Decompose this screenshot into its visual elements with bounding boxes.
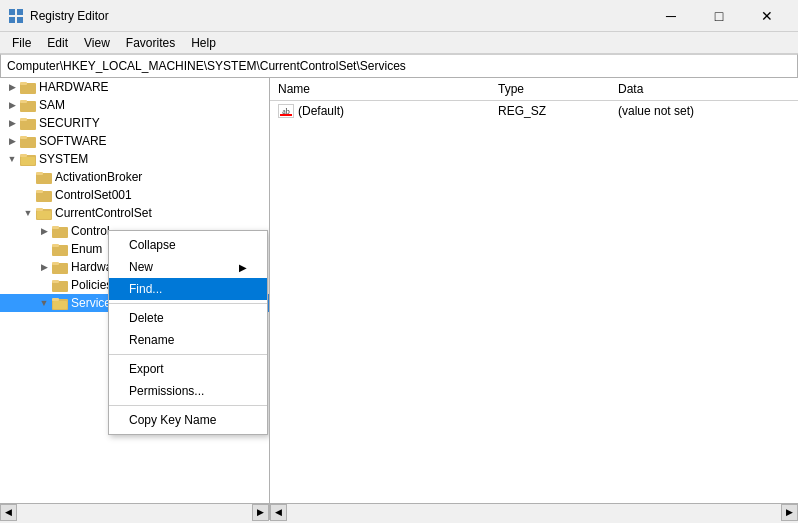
- close-button[interactable]: ✕: [744, 0, 790, 32]
- expand-icon: [36, 241, 52, 257]
- folder-icon: [20, 80, 36, 94]
- folder-open-icon: [52, 296, 68, 310]
- ctx-divider-1: [109, 303, 267, 304]
- scroll-left-btn2[interactable]: ◀: [270, 504, 287, 521]
- tree-label: SYSTEM: [39, 152, 88, 166]
- col-type[interactable]: Type: [490, 80, 610, 98]
- scroll-left-btn[interactable]: ◀: [0, 504, 17, 521]
- tree-item-controlset001[interactable]: ControlSet001: [0, 186, 269, 204]
- address-bar[interactable]: Computer\HKEY_LOCAL_MACHINE\SYSTEM\Curre…: [0, 54, 798, 78]
- svg-rect-41: [52, 280, 59, 283]
- maximize-button[interactable]: □: [696, 0, 742, 32]
- expand-icon[interactable]: ▶: [36, 223, 52, 239]
- svg-rect-35: [52, 244, 59, 247]
- ctx-permissions[interactable]: Permissions...: [109, 380, 267, 402]
- expand-icon[interactable]: ▶: [4, 115, 20, 131]
- ctx-export[interactable]: Export: [109, 358, 267, 380]
- window-controls: ─ □ ✕: [648, 0, 790, 32]
- svg-rect-22: [36, 172, 43, 175]
- tree-hscroll[interactable]: ◀ ▶: [0, 504, 270, 520]
- expand-icon[interactable]: ▶: [36, 259, 52, 275]
- main-content: ▶ HARDWARE ▶ SAM ▶ SECURITY: [0, 78, 798, 503]
- svg-rect-3: [17, 17, 23, 23]
- ctx-delete[interactable]: Delete: [109, 307, 267, 329]
- svg-rect-38: [52, 262, 59, 265]
- menu-file[interactable]: File: [4, 32, 39, 54]
- expand-icon[interactable]: ▼: [36, 295, 52, 311]
- tree-label: Enum: [71, 242, 102, 256]
- tree-item-currentcontrolset[interactable]: ▼ CurrentControlSet: [0, 204, 269, 222]
- ctx-divider-3: [109, 405, 267, 406]
- svg-rect-12: [20, 118, 27, 121]
- address-path: Computer\HKEY_LOCAL_MACHINE\SYSTEM\Curre…: [7, 59, 406, 73]
- tree-label: SAM: [39, 98, 65, 112]
- tree-item-system[interactable]: ▼ SYSTEM: [0, 150, 269, 168]
- svg-rect-0: [9, 9, 15, 15]
- ctx-collapse[interactable]: Collapse: [109, 234, 267, 256]
- tree-item-security[interactable]: ▶ SECURITY: [0, 114, 269, 132]
- folder-icon: [52, 242, 68, 256]
- cell-name: ab (Default): [270, 104, 490, 118]
- tree-item-hardware[interactable]: ▶ HARDWARE: [0, 78, 269, 96]
- col-name[interactable]: Name: [270, 80, 490, 98]
- tree-panel: ▶ HARDWARE ▶ SAM ▶ SECURITY: [0, 78, 270, 503]
- svg-rect-1: [17, 9, 23, 15]
- tree-label: HARDWARE: [39, 80, 109, 94]
- expand-icon[interactable]: ▶: [4, 97, 20, 113]
- folder-icon: [36, 188, 52, 202]
- scroll-right-btn2[interactable]: ▶: [781, 504, 798, 521]
- ab-icon: ab: [278, 104, 294, 118]
- tree-label: ActivationBroker: [55, 170, 142, 184]
- svg-rect-28: [36, 208, 43, 211]
- tree-item-sam[interactable]: ▶ SAM: [0, 96, 269, 114]
- menu-favorites[interactable]: Favorites: [118, 32, 183, 54]
- menu-edit[interactable]: Edit: [39, 32, 76, 54]
- folder-icon: [20, 98, 36, 112]
- svg-rect-6: [20, 82, 27, 85]
- expand-icon[interactable]: ▼: [20, 205, 36, 221]
- expand-icon: [20, 187, 36, 203]
- detail-hscroll[interactable]: ◀ ▶: [270, 504, 798, 520]
- ctx-rename[interactable]: Rename: [109, 329, 267, 351]
- app-icon: [8, 8, 24, 24]
- expand-icon[interactable]: ▶: [4, 133, 20, 149]
- cell-data: (value not set): [610, 104, 798, 118]
- submenu-arrow: ▶: [239, 262, 247, 273]
- ctx-divider-2: [109, 354, 267, 355]
- expand-icon: [36, 277, 52, 293]
- svg-rect-45: [53, 301, 67, 309]
- detail-row[interactable]: ab (Default) REG_SZ (value not set): [270, 101, 798, 121]
- svg-rect-18: [20, 154, 27, 157]
- scroll-right-btn[interactable]: ▶: [252, 504, 269, 521]
- folder-open-icon: [36, 206, 52, 220]
- ctx-copy-key-name[interactable]: Copy Key Name: [109, 409, 267, 431]
- menu-help[interactable]: Help: [183, 32, 224, 54]
- expand-icon[interactable]: ▶: [4, 79, 20, 95]
- folder-icon: [20, 134, 36, 148]
- tree-label: Policies: [71, 278, 112, 292]
- svg-rect-29: [37, 211, 51, 219]
- expand-icon: [20, 169, 36, 185]
- folder-icon: [52, 278, 68, 292]
- expand-icon[interactable]: ▼: [4, 151, 20, 167]
- tree-item-activationbroker[interactable]: ActivationBroker: [0, 168, 269, 186]
- folder-icon: [52, 224, 68, 238]
- folder-icon: [36, 170, 52, 184]
- col-data[interactable]: Data: [610, 80, 798, 98]
- svg-rect-2: [9, 17, 15, 23]
- tree-label: SOFTWARE: [39, 134, 107, 148]
- svg-rect-19: [21, 157, 35, 165]
- context-menu: Collapse New ▶ Find... Delete Rename Exp…: [108, 230, 268, 435]
- detail-panel: Name Type Data ab (Default) REG_SZ (valu…: [270, 78, 798, 503]
- minimize-button[interactable]: ─: [648, 0, 694, 32]
- tree-label: ControlSet001: [55, 188, 132, 202]
- ctx-new[interactable]: New ▶: [109, 256, 267, 278]
- tree-item-software[interactable]: ▶ SOFTWARE: [0, 132, 269, 150]
- detail-header: Name Type Data: [270, 78, 798, 101]
- tree-label: SECURITY: [39, 116, 100, 130]
- bottom-scrollbar-area: ◀ ▶ ◀ ▶: [0, 503, 798, 520]
- ctx-find[interactable]: Find...: [109, 278, 267, 300]
- menu-view[interactable]: View: [76, 32, 118, 54]
- tree-label: CurrentControlSet: [55, 206, 152, 220]
- svg-rect-32: [52, 226, 59, 229]
